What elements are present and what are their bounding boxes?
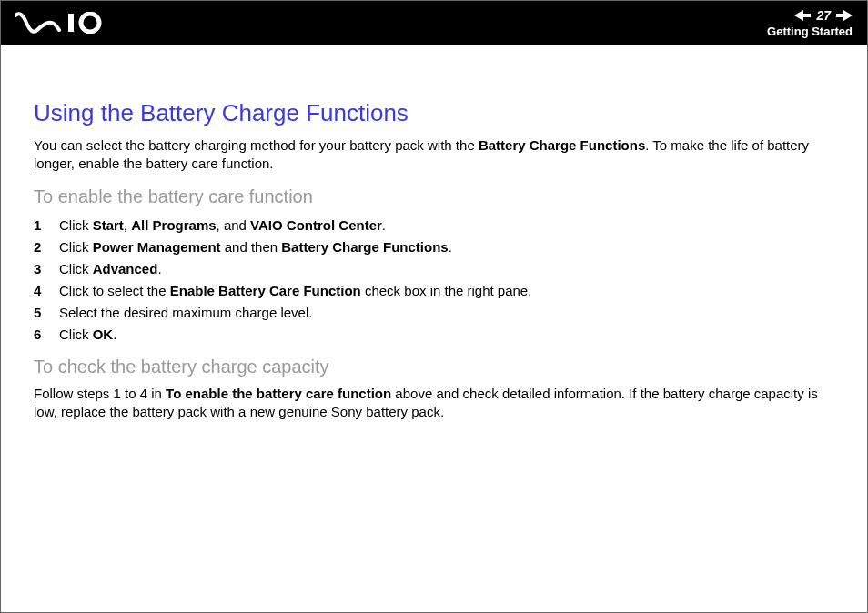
manual-page: 27 Getting Started Using the Battery Cha… <box>0 0 868 613</box>
prev-page-arrow-icon[interactable] <box>794 10 811 21</box>
step-text: Click Power Management and then Battery … <box>59 236 452 258</box>
svg-point-1 <box>81 14 99 32</box>
step-number: 2 <box>34 236 46 258</box>
steps-list: 1Click Start, All Programs, and VAIO Con… <box>34 215 834 346</box>
step-item: 6Click OK. <box>34 324 834 346</box>
step-text: Select the desired maximum charge level. <box>59 302 312 324</box>
step-item: 1Click Start, All Programs, and VAIO Con… <box>34 215 834 236</box>
step-text: Click to select the Enable Battery Care … <box>59 280 531 302</box>
step-item: 3Click Advanced. <box>34 258 834 280</box>
page-content: Using the Battery Charge Functions You c… <box>1 45 867 443</box>
intro-pre: You can select the battery charging meth… <box>34 137 479 153</box>
step-item: 4Click to select the Enable Battery Care… <box>34 280 834 302</box>
step-number: 3 <box>34 258 46 280</box>
follow-pre: Follow steps 1 to 4 in <box>34 386 166 401</box>
header-nav: 27 Getting Started <box>767 8 853 38</box>
next-page-arrow-icon[interactable] <box>836 10 853 21</box>
follow-bold: To enable the battery care function <box>166 386 391 401</box>
step-number: 4 <box>34 280 46 302</box>
intro-bold: Battery Charge Functions <box>479 137 645 153</box>
vaio-logo <box>15 12 116 34</box>
step-item: 2Click Power Management and then Battery… <box>34 236 834 258</box>
follow-paragraph: Follow steps 1 to 4 in To enable the bat… <box>34 385 834 422</box>
page-title: Using the Battery Charge Functions <box>34 99 834 127</box>
step-text: Click Advanced. <box>59 258 162 280</box>
step-number: 5 <box>34 302 46 324</box>
step-number: 6 <box>34 324 46 346</box>
section-name: Getting Started <box>767 25 853 38</box>
intro-paragraph: You can select the battery charging meth… <box>34 136 834 174</box>
svg-marker-2 <box>794 10 811 21</box>
step-number: 1 <box>34 215 46 236</box>
svg-rect-0 <box>68 14 74 32</box>
step-text: Click OK. <box>59 324 116 346</box>
step-text: Click Start, All Programs, and VAIO Cont… <box>59 215 386 236</box>
page-number: 27 <box>816 8 831 23</box>
step-item: 5Select the desired maximum charge level… <box>34 302 834 324</box>
header-bar: 27 Getting Started <box>1 1 867 45</box>
svg-marker-3 <box>836 10 853 21</box>
subheading-enable: To enable the battery care function <box>34 186 834 207</box>
subheading-check: To check the battery charge capacity <box>34 357 834 377</box>
